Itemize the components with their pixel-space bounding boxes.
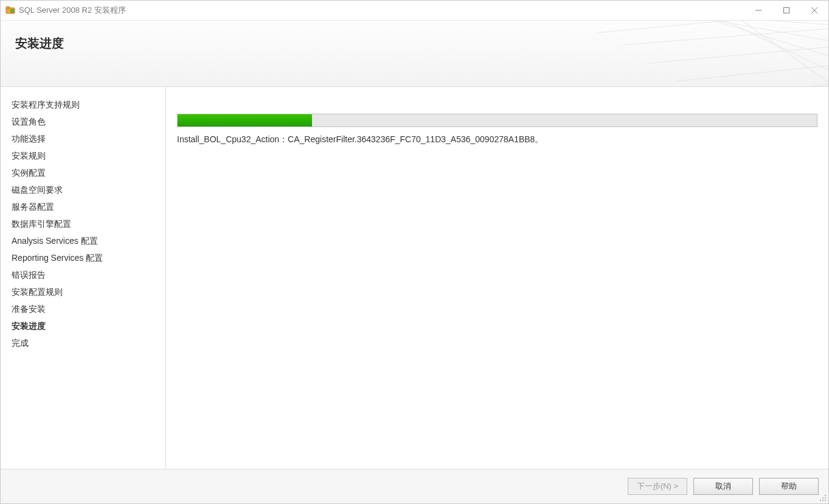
sidebar-item-14: 完成 (1, 335, 165, 352)
window-controls (744, 1, 828, 20)
content-area: Install_BOL_Cpu32_Action：CA_RegisterFilt… (166, 87, 828, 469)
cancel-button[interactable]: 取消 (693, 478, 753, 495)
sidebar-item-1: 设置角色 (1, 114, 165, 131)
sidebar-item-5: 磁盘空间要求 (1, 182, 165, 199)
maximize-button[interactable] (772, 1, 800, 20)
page-title: 安装进度 (15, 35, 64, 52)
sidebar: 安装程序支持规则设置角色功能选择安装规则实例配置磁盘空间要求服务器配置数据库引擎… (1, 87, 166, 469)
sidebar-item-9: Reporting Services 配置 (1, 250, 165, 267)
sidebar-item-0: 安装程序支持规则 (1, 97, 165, 114)
svg-rect-19 (822, 497, 824, 499)
minimize-button[interactable] (744, 1, 772, 20)
svg-line-9 (648, 21, 828, 45)
app-icon (5, 5, 15, 15)
body: 安装程序支持规则设置角色功能选择安装规则实例配置磁盘空间要求服务器配置数据库引擎… (1, 87, 828, 469)
sidebar-item-11: 安装配置规则 (1, 284, 165, 301)
help-button[interactable]: 帮助 (759, 478, 819, 495)
svg-rect-1 (6, 7, 10, 9)
installer-window: SQL Server 2008 R2 安装程序 (0, 0, 829, 504)
svg-line-13 (597, 21, 828, 33)
progress-fill (178, 114, 312, 126)
sidebar-item-7: 数据库引擎配置 (1, 216, 165, 233)
svg-rect-23 (825, 500, 826, 501)
sidebar-item-4: 实例配置 (1, 165, 165, 182)
decorative-mesh (597, 21, 828, 87)
svg-rect-21 (820, 500, 821, 501)
svg-rect-22 (822, 500, 824, 501)
footer: 下一步(N) > 取消 帮助 (1, 469, 828, 503)
window-title: SQL Server 2008 R2 安装程序 (19, 5, 126, 16)
sidebar-item-12: 准备安装 (1, 301, 165, 318)
svg-rect-4 (784, 8, 789, 13)
sidebar-item-2: 功能选择 (1, 131, 165, 148)
svg-line-17 (699, 81, 828, 87)
svg-line-8 (623, 21, 828, 27)
svg-point-2 (10, 9, 14, 13)
titlebar: SQL Server 2008 R2 安装程序 (1, 1, 828, 21)
sidebar-item-6: 服务器配置 (1, 199, 165, 216)
header-band: 安装进度 (1, 21, 828, 87)
sidebar-item-10: 错误报告 (1, 267, 165, 284)
svg-line-14 (623, 27, 828, 45)
next-button: 下一步(N) > (628, 478, 687, 495)
resize-grip-icon[interactable] (819, 494, 827, 502)
svg-line-12 (725, 21, 828, 87)
sidebar-item-8: Analysis Services 配置 (1, 233, 165, 250)
svg-rect-20 (825, 497, 826, 499)
progress-status-text: Install_BOL_Cpu32_Action：CA_RegisterFilt… (177, 134, 817, 145)
sidebar-item-3: 安装规则 (1, 148, 165, 165)
svg-rect-18 (825, 495, 826, 496)
close-button[interactable] (800, 1, 828, 20)
progress-bar (177, 114, 817, 127)
sidebar-item-13: 安装进度 (1, 318, 165, 335)
